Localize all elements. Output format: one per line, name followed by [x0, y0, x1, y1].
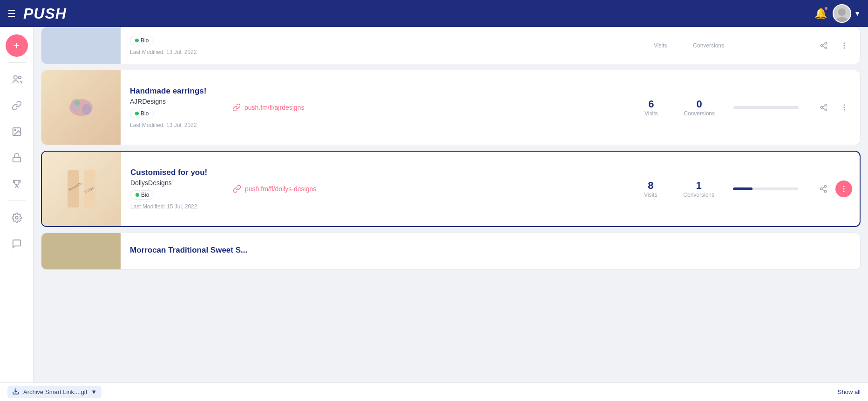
svg-line-12 [822, 46, 825, 47]
card-actions-ajr [808, 99, 860, 116]
card-actions-dollys [807, 180, 860, 197]
card-link-dollys[interactable]: push.fm/fl/dollys-designs [224, 185, 627, 193]
svg-point-27 [844, 107, 845, 108]
card-image-dollys: Samantha Scalyn [42, 152, 121, 226]
sidebar-divider-2 [7, 200, 26, 201]
show-all-button[interactable]: Show all [838, 388, 861, 395]
svg-point-8 [15, 216, 18, 219]
hamburger-icon[interactable]: ☰ [7, 8, 16, 19]
svg-point-15 [844, 45, 845, 46]
badge-top: Bio [130, 36, 154, 45]
card-url-ajr: push.fm/fl/ajrdesigns [244, 104, 304, 111]
card-stats-top: Visits Conversions [637, 42, 733, 49]
svg-point-22 [821, 107, 823, 109]
download-icon [12, 388, 20, 396]
svg-line-37 [822, 187, 824, 188]
chevron-down-icon: ▼ [91, 388, 97, 395]
sidebar-item-audience[interactable] [6, 68, 28, 91]
card-partial-bottom: Morrocan Traditional Sweet S... [41, 233, 861, 270]
card-title-ajr: Handmade earrings! [130, 87, 214, 96]
conversions-stat-dollys: 1 Conversions [683, 180, 714, 198]
app-logo: PUSH [23, 5, 67, 22]
visits-stat-dollys: 8 Visits [637, 180, 665, 198]
svg-point-33 [824, 186, 827, 188]
svg-point-1 [836, 17, 848, 22]
svg-point-3 [18, 76, 20, 79]
notifications-button[interactable]: 🔔 [814, 7, 827, 20]
card-title-bottom: Morrocan Traditional Sweet S... [130, 246, 247, 255]
bottom-bar: Archive Smart Link....gif ▼ Show all [0, 382, 868, 401]
card-url-dollys: push.fm/fl/dollys-designs [245, 185, 316, 193]
share-button-top[interactable] [815, 37, 832, 54]
link-icon-ajr [232, 103, 241, 112]
svg-line-25 [822, 106, 825, 107]
svg-point-28 [844, 110, 845, 111]
svg-line-24 [822, 108, 825, 109]
sidebar-item-lock[interactable] [6, 147, 28, 169]
svg-point-11 [825, 47, 827, 49]
sidebar: + [0, 27, 34, 401]
card-modified-dollys: Last Modified: 15 Jul, 2022 [130, 203, 214, 210]
sidebar-item-settings[interactable] [6, 207, 28, 229]
card-modified-ajr: Last Modified: 13 Jul, 2022 [130, 122, 214, 128]
svg-line-13 [822, 44, 825, 45]
sidebar-item-chat[interactable] [6, 233, 28, 255]
card-info-ajr: Handmade earrings! AJRDesigns Bio Last M… [121, 79, 223, 136]
badge-dot [135, 39, 139, 42]
share-button-dollys[interactable] [815, 180, 832, 197]
progress-area-dollys [724, 187, 807, 190]
plus-icon: + [13, 39, 20, 52]
content-area: Bio Last Modified: 13 Jul, 2022 Visits C… [34, 27, 868, 401]
card-stats-ajr: 6 Visits 0 Conversions [628, 98, 724, 117]
download-item[interactable]: Archive Smart Link....gif ▼ [7, 386, 102, 398]
avatar [833, 4, 851, 23]
badge-dollys: Bio [130, 190, 154, 200]
svg-rect-6 [13, 157, 20, 162]
svg-point-2 [14, 76, 17, 79]
avatar-chevron-icon: ▼ [854, 10, 861, 17]
svg-point-10 [821, 45, 823, 47]
card-image-ajr [41, 70, 121, 145]
card-partial-top: Bio Last Modified: 13 Jul, 2022 Visits C… [41, 27, 861, 64]
more-button-ajr[interactable] [836, 99, 853, 116]
svg-point-23 [825, 109, 827, 111]
share-button-ajr[interactable] [815, 99, 832, 116]
svg-point-19 [82, 104, 91, 115]
user-avatar-button[interactable]: ▼ [833, 4, 861, 23]
card-link-ajr[interactable]: push.fm/fl/ajrdesigns [223, 103, 628, 112]
card-info-bottom: Morrocan Traditional Sweet S... [121, 238, 257, 264]
svg-point-34 [820, 188, 822, 190]
progress-bar-bg-dollys [733, 187, 798, 190]
svg-point-14 [844, 43, 845, 44]
more-button-dollys[interactable] [835, 180, 852, 197]
card-stats-dollys: 8 Visits 1 Conversions [627, 180, 724, 198]
svg-line-36 [822, 189, 824, 191]
svg-point-40 [843, 191, 844, 192]
sidebar-item-media[interactable] [6, 120, 28, 143]
badge-ajr: Bio [130, 109, 154, 118]
more-button-top[interactable] [836, 37, 853, 54]
svg-point-35 [824, 190, 827, 193]
svg-point-21 [825, 104, 827, 107]
sidebar-item-add[interactable]: + [6, 34, 28, 57]
sidebar-item-trophy[interactable] [6, 173, 28, 195]
progress-bar-bg-ajr [733, 106, 799, 109]
svg-point-20 [75, 100, 80, 106]
progress-area-ajr [724, 106, 808, 109]
card-actions-top [808, 37, 860, 54]
sidebar-item-links[interactable] [6, 94, 28, 117]
conversions-stat-ajr: 0 Conversions [684, 98, 715, 117]
badge-dot-dollys [136, 193, 139, 197]
svg-point-0 [838, 8, 846, 16]
nav-right: 🔔 ▼ [814, 4, 861, 23]
card-info-dollys: Customised for you! DollysDesigns Bio La… [121, 160, 224, 217]
notification-badge [824, 6, 828, 11]
link-icon-dollys [233, 185, 241, 193]
conversions-stat-top: Conversions [693, 42, 724, 49]
card-modified-top: Last Modified: 13 Jul, 2022 [130, 49, 214, 55]
card-subtitle-dollys: DollysDesigns [130, 179, 214, 187]
sidebar-divider [7, 62, 26, 63]
card-image-placeholder-top [41, 27, 121, 64]
card-subtitle-ajr: AJRDesigns [130, 98, 214, 105]
svg-point-9 [825, 42, 827, 45]
